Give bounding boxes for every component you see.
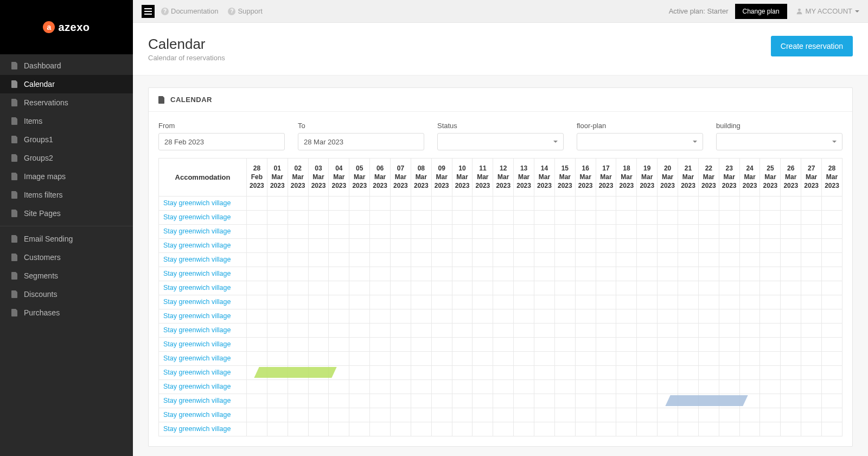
calendar-cell[interactable] <box>781 394 801 408</box>
calendar-cell[interactable] <box>452 224 473 238</box>
calendar-cell[interactable] <box>739 196 760 210</box>
calendar-cell[interactable] <box>247 295 267 309</box>
calendar-cell[interactable] <box>698 309 719 323</box>
calendar-cell[interactable] <box>719 224 739 238</box>
calendar-cell[interactable] <box>678 323 699 337</box>
calendar-cell[interactable] <box>329 295 349 309</box>
calendar-cell[interactable] <box>554 295 575 309</box>
calendar-cell[interactable] <box>514 323 534 337</box>
calendar-cell[interactable] <box>493 210 514 224</box>
calendar-cell[interactable] <box>596 295 616 309</box>
calendar-cell[interactable] <box>658 365 678 379</box>
calendar-cell[interactable] <box>391 224 411 238</box>
calendar-cell[interactable] <box>739 224 760 238</box>
calendar-cell[interactable] <box>534 351 555 365</box>
calendar-cell[interactable] <box>658 351 678 365</box>
calendar-cell[interactable] <box>781 196 801 210</box>
calendar-cell[interactable] <box>308 379 329 394</box>
calendar-cell[interactable] <box>473 337 493 351</box>
calendar-cell[interactable] <box>719 281 739 295</box>
accommodation-link[interactable]: Stay greenwich village <box>163 411 231 419</box>
calendar-cell[interactable] <box>431 281 452 295</box>
calendar-cell[interactable] <box>391 351 411 365</box>
accommodation-link[interactable]: Stay greenwich village <box>163 227 231 235</box>
calendar-cell[interactable] <box>554 379 575 394</box>
calendar-cell[interactable] <box>575 337 596 351</box>
calendar-cell[interactable] <box>267 252 288 267</box>
calendar-cell[interactable] <box>719 238 739 252</box>
calendar-cell[interactable] <box>616 379 637 394</box>
calendar-cell[interactable] <box>288 323 308 337</box>
calendar-cell[interactable] <box>370 196 391 210</box>
calendar-cell[interactable] <box>616 238 637 252</box>
calendar-cell[interactable] <box>267 281 288 295</box>
calendar-cell[interactable] <box>473 365 493 379</box>
sidebar-item-calendar[interactable]: Calendar <box>0 75 133 93</box>
calendar-cell[interactable] <box>267 337 288 351</box>
calendar-cell[interactable] <box>247 422 267 436</box>
calendar-cell[interactable] <box>247 210 267 224</box>
calendar-cell[interactable] <box>719 323 739 337</box>
support-link[interactable]: ? Support <box>228 7 263 15</box>
calendar-cell[interactable] <box>267 210 288 224</box>
calendar-cell[interactable] <box>719 379 739 394</box>
calendar-cell[interactable] <box>308 238 329 252</box>
accommodation-link[interactable]: Stay greenwich village <box>163 425 231 433</box>
calendar-cell[interactable] <box>452 196 473 210</box>
sidebar-item-items[interactable]: Items <box>0 112 133 130</box>
calendar-cell[interactable] <box>391 365 411 379</box>
calendar-cell[interactable] <box>678 196 699 210</box>
calendar-cell[interactable] <box>247 351 267 365</box>
calendar-cell[interactable] <box>370 210 391 224</box>
calendar-cell[interactable] <box>411 238 431 252</box>
calendar-cell[interactable] <box>575 281 596 295</box>
calendar-cell[interactable] <box>349 267 370 281</box>
calendar-cell[interactable] <box>452 422 473 436</box>
calendar-cell[interactable] <box>370 351 391 365</box>
calendar-cell[interactable] <box>247 394 267 408</box>
calendar-cell[interactable] <box>431 267 452 281</box>
status-select[interactable] <box>437 133 564 150</box>
calendar-cell[interactable] <box>247 337 267 351</box>
calendar-cell[interactable] <box>411 281 431 295</box>
calendar-cell[interactable] <box>391 196 411 210</box>
calendar-cell[interactable] <box>411 365 431 379</box>
accommodation-link[interactable]: Stay greenwich village <box>163 312 231 320</box>
calendar-cell[interactable] <box>329 365 349 379</box>
calendar-cell[interactable] <box>391 337 411 351</box>
calendar-cell[interactable] <box>431 196 452 210</box>
calendar-cell[interactable] <box>596 309 616 323</box>
calendar-cell[interactable] <box>658 281 678 295</box>
calendar-cell[interactable] <box>493 351 514 365</box>
calendar-cell[interactable] <box>288 351 308 365</box>
calendar-cell[interactable] <box>678 210 699 224</box>
calendar-cell[interactable] <box>534 379 555 394</box>
calendar-cell[interactable] <box>452 408 473 422</box>
calendar-cell[interactable] <box>698 351 719 365</box>
calendar-cell[interactable] <box>534 267 555 281</box>
calendar-cell[interactable] <box>575 379 596 394</box>
calendar-cell[interactable] <box>411 210 431 224</box>
calendar-cell[interactable] <box>801 267 822 281</box>
calendar-cell[interactable] <box>801 422 822 436</box>
accommodation-link[interactable]: Stay greenwich village <box>163 298 231 306</box>
sidebar-item-site-pages[interactable]: Site Pages <box>0 204 133 223</box>
calendar-cell[interactable] <box>452 210 473 224</box>
calendar-cell[interactable] <box>801 309 822 323</box>
calendar-cell[interactable] <box>534 323 555 337</box>
calendar-cell[interactable] <box>739 408 760 422</box>
calendar-cell[interactable] <box>781 365 801 379</box>
calendar-cell[interactable] <box>370 281 391 295</box>
calendar-cell[interactable] <box>760 196 781 210</box>
calendar-cell[interactable] <box>493 309 514 323</box>
calendar-cell[interactable] <box>616 422 637 436</box>
calendar-cell[interactable] <box>349 351 370 365</box>
sidebar-item-customers[interactable]: Customers <box>0 248 133 267</box>
calendar-cell[interactable] <box>267 408 288 422</box>
calendar-cell[interactable] <box>760 224 781 238</box>
calendar-cell[interactable] <box>637 224 658 238</box>
calendar-cell[interactable] <box>329 351 349 365</box>
calendar-cell[interactable] <box>760 267 781 281</box>
calendar-cell[interactable] <box>678 309 699 323</box>
calendar-cell[interactable] <box>247 281 267 295</box>
